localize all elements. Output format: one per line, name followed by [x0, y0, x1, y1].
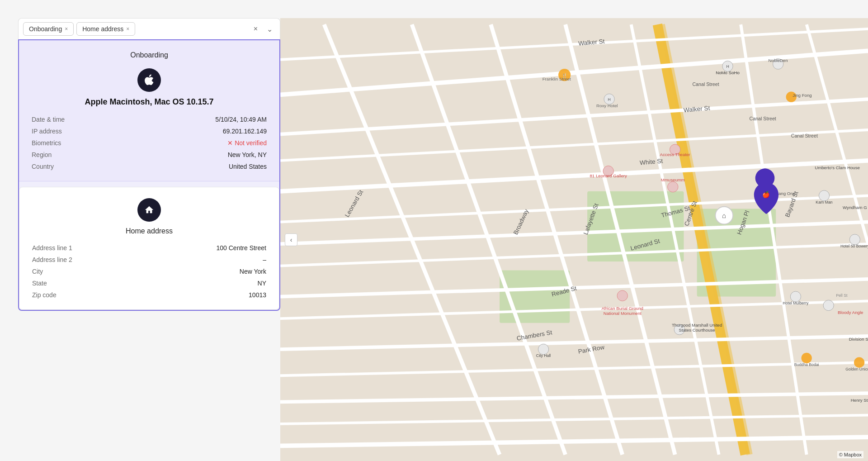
svg-point-79 [823, 300, 834, 310]
field-address-line1: Address line 1 100 Centre Street [32, 244, 266, 252]
field-zip-label: Zip code [32, 291, 57, 299]
field-city-label: City [32, 268, 43, 275]
field-city-value: New York [240, 268, 266, 275]
onboarding-card: Onboarding Apple Macintosh, Mac OS 10.15… [19, 40, 279, 181]
svg-text:Buddha Bodai: Buddha Bodai [794, 362, 819, 367]
svg-text:City Hall: City Hall [536, 354, 551, 358]
field-biometrics-value: ✕ Not verified [227, 139, 267, 147]
field-state-label: State [32, 280, 47, 287]
tab-onboarding-label: Onboarding [29, 25, 62, 33]
field-country-label: Country [32, 163, 54, 170]
svg-text:Pell St: Pell St [836, 293, 848, 298]
cards-divider [19, 181, 279, 187]
field-region-value: New York, NY [228, 151, 267, 158]
home-address-card-title: Home address [32, 227, 266, 235]
svg-text:Hotel 50 Bowery: Hotel 50 Bowery [840, 244, 868, 248]
svg-text:Henry St: Henry St [851, 398, 868, 403]
field-state-value: NY [258, 280, 266, 287]
apple-icon [137, 68, 161, 92]
field-ip-address: IP address 69.201.162.149 [32, 128, 267, 135]
svg-text:Thurgood Marshall United: Thurgood Marshall United [672, 323, 722, 328]
svg-point-75 [538, 344, 548, 354]
field-ip-value: 69.201.162.149 [223, 128, 267, 135]
home-address-card: Home address Address line 1 100 Centre S… [19, 187, 279, 310]
field-date-time-value: 5/10/24, 10:49 AM [215, 116, 267, 123]
svg-point-85 [854, 357, 864, 368]
device-name: Apple Macintosh, Mac OS 10.15.7 [32, 97, 267, 107]
tab-onboarding-close[interactable]: × [65, 26, 68, 32]
tab-bar-actions: × ⌄ [251, 24, 275, 34]
svg-point-60 [668, 181, 678, 192]
svg-text:Mmuseumm: Mmuseumm [661, 177, 685, 182]
clear-all-button[interactable]: × [251, 24, 260, 34]
field-country: Country United States [32, 163, 267, 170]
field-address-line1-value: 100 Centre Street [216, 244, 266, 252]
home-icon-wrapper [32, 198, 266, 222]
field-address-line2-value: – [263, 256, 266, 263]
svg-text:H: H [608, 97, 610, 102]
svg-point-64 [819, 190, 829, 201]
svg-text:National Monument: National Monument [604, 311, 642, 316]
svg-text:NoMo SoHo: NoMo SoHo [716, 70, 740, 75]
onboarding-card-title: Onboarding [32, 51, 267, 59]
svg-text:Wyndham G: Wyndham G [843, 205, 867, 210]
field-region: Region New York, NY [32, 151, 267, 158]
svg-text:African Burial Ground: African Burial Ground [601, 306, 643, 311]
svg-text:NobleDen: NobleDen [769, 58, 788, 63]
svg-point-67 [849, 234, 860, 245]
field-address-line2-label: Address line 2 [32, 256, 72, 263]
field-region-label: Region [32, 151, 52, 158]
tab-bar: Onboarding × Home address × × ⌄ [18, 18, 280, 39]
mapbox-credit: © Mapbox [837, 451, 863, 458]
tab-home-address-label: Home address [82, 25, 123, 33]
tab-home-address-close[interactable]: × [126, 26, 129, 32]
field-date-time-label: Date & time [32, 116, 65, 123]
cards-container: Onboarding Apple Macintosh, Mac OS 10.15… [18, 39, 280, 311]
field-zip-code: Zip code 10013 [32, 291, 266, 299]
left-panel: Onboarding × Home address × × ⌄ Onboardi… [18, 18, 280, 461]
svg-text:81 Leonard Gallery: 81 Leonard Gallery [590, 173, 627, 178]
svg-text:H: H [726, 64, 729, 69]
map-container[interactable]: Walker St Walker St White St Thomas St L… [280, 18, 868, 461]
onboarding-fields: Date & time 5/10/24, 10:49 AM IP address… [32, 116, 267, 170]
svg-text:Division St: Division St [849, 337, 868, 342]
field-biometrics-label: Biometrics [32, 139, 61, 147]
svg-text:⌂: ⌂ [722, 212, 726, 219]
not-verified-icon: ✕ [227, 139, 233, 147]
svg-text:Roxy Hotel: Roxy Hotel [596, 103, 618, 108]
tab-home-address[interactable]: Home address × [76, 22, 135, 36]
svg-text:States Courthouse: States Courthouse [679, 328, 715, 333]
main-container: Onboarding × Home address × × ⌄ Onboardi… [0, 0, 868, 461]
home-address-fields: Address line 1 100 Centre Street Address… [32, 244, 266, 299]
back-arrow-icon: ‹ [290, 236, 292, 243]
field-country-value: United States [229, 163, 267, 170]
svg-point-77 [790, 291, 801, 302]
field-address-line2: Address line 2 – [32, 256, 266, 263]
chevron-down-button[interactable]: ⌄ [264, 24, 275, 34]
svg-text:Access Theater: Access Theater [660, 152, 691, 157]
field-state: State NY [32, 280, 266, 287]
svg-text:Hotel Mulberry: Hotel Mulberry [783, 301, 809, 305]
home-icon [137, 198, 161, 222]
svg-point-83 [802, 353, 812, 363]
svg-text:Canal Street: Canal Street [791, 133, 818, 138]
svg-text:Umberto's Clam House: Umberto's Clam House [815, 165, 860, 170]
field-address-line1-label: Address line 1 [32, 244, 72, 252]
field-date-time: Date & time 5/10/24, 10:49 AM [32, 116, 267, 123]
field-biometrics: Biometrics ✕ Not verified [32, 139, 267, 147]
svg-text:🍎: 🍎 [762, 191, 770, 199]
svg-text:Kam Man: Kam Man [816, 200, 832, 204]
tab-onboarding[interactable]: Onboarding × [23, 22, 74, 36]
field-zip-value: 10013 [249, 291, 266, 299]
svg-text:Jing Fong: Jing Fong [793, 93, 812, 98]
field-city: City New York [32, 268, 266, 275]
map-svg: Walker St Walker St White St Thomas St L… [280, 18, 868, 461]
svg-text:Canal Street: Canal Street [692, 81, 719, 87]
field-ip-label: IP address [32, 128, 62, 135]
onboarding-icon-wrapper [32, 68, 267, 92]
svg-text:Canal Street: Canal Street [750, 116, 776, 121]
svg-text:Franklin Street: Franklin Street [542, 76, 571, 81]
svg-text:Golden Unicorn: Golden Unicorn [845, 367, 868, 371]
map-back-button[interactable]: ‹ [285, 233, 297, 246]
svg-text:Bloody Angle: Bloody Angle [838, 310, 863, 315]
